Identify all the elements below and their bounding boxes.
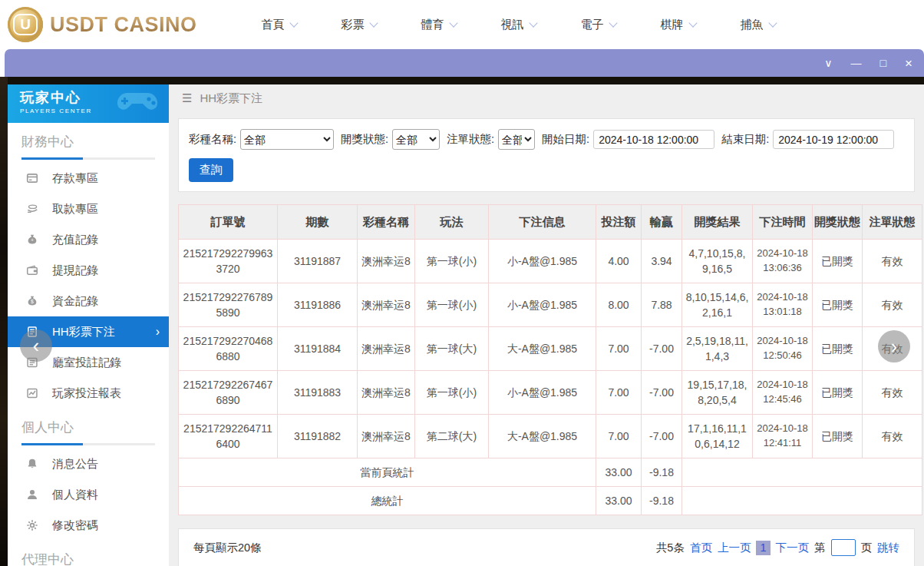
svg-text:$: $ xyxy=(31,299,34,304)
jump-action-link[interactable]: 跳转 xyxy=(877,541,899,555)
sidebar-item-消息公告[interactable]: 消息公告 › xyxy=(8,448,169,479)
column-header-下注信息: 下注信息 xyxy=(489,205,596,240)
nav-item-首頁[interactable]: 首頁 xyxy=(239,18,319,32)
window-close-icon[interactable]: × xyxy=(905,57,912,70)
cell: 8.00 xyxy=(596,283,642,327)
cell: 31191884 xyxy=(278,327,358,371)
page-size-text: 每頁顯示20條 xyxy=(193,541,262,555)
pagination-bar: 每頁顯示20條 共5条 首页 上一页 1 下一页 第 页 跳转 xyxy=(178,528,915,566)
chevron-down-icon xyxy=(768,18,777,27)
summary-empty xyxy=(682,487,922,515)
cell: 3.94 xyxy=(642,240,682,283)
draw-status-select[interactable]: 全部 xyxy=(392,129,440,150)
scroll-right-button[interactable]: › xyxy=(878,330,910,362)
cell: 大-A盤@1.985 xyxy=(489,415,596,458)
draw-status-label: 開獎狀態: xyxy=(341,132,388,147)
cell: 2024-10-18 12:50:46 xyxy=(753,327,813,371)
cell: 2,5,19,18,11,1,4,3 xyxy=(682,327,753,371)
column-header-彩種名稱: 彩種名稱 xyxy=(358,205,415,240)
current-page-badge[interactable]: 1 xyxy=(756,541,770,555)
cell: 小-A盤@1.985 xyxy=(489,240,596,283)
window-minimize-icon[interactable]: — xyxy=(851,58,862,68)
pagination-controls: 共5条 首页 上一页 1 下一页 第 页 跳转 xyxy=(656,539,899,556)
jump-page-input[interactable] xyxy=(831,539,856,556)
sidebar-item-修改密碼[interactable]: 修改密碼 › xyxy=(8,510,169,541)
table-row: 215217292270468688031191884澳洲幸运8第一球(大)大-… xyxy=(179,327,922,371)
cell: 有效 xyxy=(863,240,922,283)
cell: 第一球(大) xyxy=(415,327,489,371)
menu-icon[interactable]: ☰ xyxy=(182,91,192,105)
nav-item-電子[interactable]: 電子 xyxy=(559,18,639,32)
order-status-select[interactable]: 全部 xyxy=(498,129,535,150)
cell: 2152172922799633720 xyxy=(179,240,278,283)
nav-item-label: 首頁 xyxy=(262,18,285,32)
sidebar-item-label: 提現記錄 xyxy=(52,263,98,278)
chevron-down-icon xyxy=(529,18,537,27)
cell: -7.00 xyxy=(642,327,682,371)
sidebar-item-個人資料[interactable]: 個人資料 › xyxy=(8,479,169,510)
jump-suffix-label: 页 xyxy=(861,541,873,555)
cell: 已開獎 xyxy=(813,371,863,415)
desktop-backdrop-strip-top xyxy=(0,77,924,84)
chevron-right-icon: › xyxy=(156,325,160,339)
deposit-icon xyxy=(26,172,38,184)
section-underline xyxy=(21,157,155,160)
next-page-link[interactable]: 下一页 xyxy=(776,541,810,555)
column-header-玩法: 玩法 xyxy=(415,205,489,240)
sidebar-item-玩家投注報表[interactable]: 玩家投注報表 › xyxy=(8,378,169,409)
cell: 澳洲幸运8 xyxy=(358,415,415,458)
table-row: 215217292276789589031191886澳洲幸运8第一球(小)小-… xyxy=(179,283,922,327)
sidebar-item-label: 消息公告 xyxy=(52,457,98,472)
sidebar-item-label: 玩家投注報表 xyxy=(52,386,121,401)
nav-item-label: 體育 xyxy=(421,18,444,32)
lottery-name-label: 彩種名稱: xyxy=(189,132,236,147)
sidebar-item-label: 個人資料 xyxy=(52,488,98,502)
cell: 澳洲幸运8 xyxy=(358,240,415,283)
brand-coin-icon: U xyxy=(8,7,43,42)
column-header-開獎結果: 開獎結果 xyxy=(682,205,753,240)
sidebar-item-資金記錄[interactable]: $ 資金記錄 › xyxy=(8,286,169,316)
cell: 已開獎 xyxy=(813,240,863,283)
sidebar-collapse-button[interactable]: ‹ xyxy=(20,329,52,362)
sidebar-item-存款專區[interactable]: 存款專區 › xyxy=(8,163,169,194)
sidebar-item-充值記錄[interactable]: + 充值記錄 › xyxy=(8,224,169,255)
announcement-icon xyxy=(26,458,38,470)
nav-item-彩票[interactable]: 彩票 xyxy=(319,18,399,32)
window-collapse-icon[interactable]: ∨ xyxy=(824,58,832,68)
nav-item-體育[interactable]: 體育 xyxy=(399,18,479,32)
sidebar-item-取款專區[interactable]: 取款專區 › xyxy=(8,194,169,224)
bets-table: 訂單號期數彩種名稱玩法下注信息投注額輸贏開獎結果下注時間開獎狀態注單狀態 215… xyxy=(178,204,922,515)
cell: 已開獎 xyxy=(813,327,863,371)
nav-item-捕魚[interactable]: 捕魚 xyxy=(718,18,798,32)
first-page-link[interactable]: 首页 xyxy=(690,541,712,555)
summary-win-loss: -9.18 xyxy=(642,487,682,515)
sidebar-section-title: 財務中心 xyxy=(8,123,169,157)
window-titlebar: ∨ — □ × xyxy=(5,49,924,77)
cell: 澳洲幸运8 xyxy=(358,283,415,327)
window-maximize-icon[interactable]: □ xyxy=(880,58,886,68)
cell: 7.00 xyxy=(596,415,642,458)
prev-page-link[interactable]: 上一页 xyxy=(718,541,751,555)
brand-logo[interactable]: U USDT CASINO xyxy=(8,7,197,42)
table-row: 215217292264711640031191882澳洲幸运8第二球(大)大-… xyxy=(179,415,922,458)
nav-item-棋牌[interactable]: 棋牌 xyxy=(639,18,718,32)
search-button[interactable]: 查詢 xyxy=(189,158,233,182)
cell: 第二球(大) xyxy=(415,415,489,458)
cell: 31191882 xyxy=(278,415,358,458)
sidebar-item-提現記錄[interactable]: 提現記錄 › xyxy=(8,255,169,286)
end-date-input[interactable] xyxy=(773,130,894,149)
table-row: 215217292267467689031191883澳洲幸运8第一球(小)小-… xyxy=(179,371,922,415)
lottery-name-select[interactable]: 全部 xyxy=(240,129,334,150)
column-header-注單狀態: 注單狀態 xyxy=(863,205,922,240)
cell: 已開獎 xyxy=(813,415,863,458)
nav-item-label: 彩票 xyxy=(342,18,365,32)
cell: 2152172922704686880 xyxy=(179,327,278,371)
nav-item-label: 電子 xyxy=(581,18,604,32)
chevron-down-icon xyxy=(609,18,617,27)
total-count-text: 共5条 xyxy=(656,541,685,555)
cell: 第一球(小) xyxy=(415,283,489,327)
breadcrumb: ☰ HH彩票下注 xyxy=(169,84,924,112)
window-controls: ∨ — □ × xyxy=(824,57,912,70)
nav-item-視訊[interactable]: 視訊 xyxy=(479,18,559,32)
start-date-input[interactable] xyxy=(593,130,714,149)
